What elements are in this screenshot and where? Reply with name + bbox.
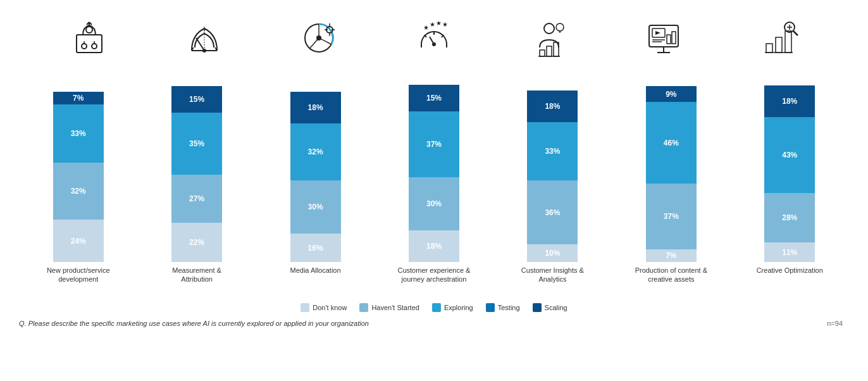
svg-text:★: ★ — [442, 21, 448, 28]
svg-rect-0 — [77, 35, 102, 53]
svg-text:★: ★ — [423, 24, 429, 31]
svg-point-30 — [432, 42, 436, 46]
icons-row: ★ ★ ★ ★ — [13, 6, 855, 70]
bar-stack-1: 22%27%35%15% — [171, 85, 222, 262]
svg-rect-54 — [785, 31, 791, 53]
bar-label-5: Production of content &creative assets — [627, 266, 716, 297]
legend-haventstarted: Haven't Started — [359, 303, 419, 312]
segment-haventstarted-1: 27% — [171, 175, 222, 223]
icon-customer-insights — [499, 16, 600, 60]
svg-rect-52 — [766, 44, 772, 53]
svg-text:★: ★ — [436, 20, 442, 27]
sample-size: n=94 — [827, 320, 843, 327]
icon-production-content — [613, 16, 714, 60]
legend-swatch-scaling — [533, 303, 542, 312]
segment-scaling-0: 7% — [53, 92, 104, 104]
segment-exploring-2: 32% — [290, 123, 341, 180]
segment-exploring-0: 33% — [53, 104, 104, 163]
icon-creative-opt — [728, 16, 829, 60]
icon-new-product — [39, 16, 140, 60]
segment-scaling-4: 18% — [527, 91, 578, 122]
labels-row: New product/servicedevelopmentMeasuremen… — [13, 262, 855, 297]
icon-media-allocation — [268, 16, 369, 60]
segment-scaling-5: 9% — [646, 86, 697, 102]
bar-group-3: 18%30%37%15% — [390, 85, 478, 262]
segment-dontknow-1: 22% — [171, 223, 222, 262]
segment-exploring-4: 33% — [527, 122, 578, 180]
segment-dontknow-0: 24% — [53, 220, 104, 262]
legend-label-testing: Testing — [498, 304, 520, 311]
svg-line-12 — [196, 38, 204, 51]
bar-stack-5: 7%37%46%9% — [646, 85, 697, 262]
bars-section: 24%32%33%7%22%27%35%15%16%30%32%18%18%30… — [13, 72, 855, 262]
bar-label-6: Creative Optimization — [745, 266, 834, 297]
segment-scaling-1: 15% — [171, 86, 222, 113]
bar-label-1: Measurement &Attribution — [152, 266, 241, 297]
bar-label-4: Customer Insights &Analytics — [508, 266, 597, 297]
bar-label-0: New product/servicedevelopment — [34, 266, 123, 297]
segment-dontknow-4: 10% — [527, 244, 578, 262]
svg-text:★: ★ — [430, 21, 435, 28]
bar-label-3: Customer experience &journey archestrati… — [390, 266, 478, 297]
bar-group-0: 24%32%33%7% — [34, 85, 123, 262]
chart-container: ★ ★ ★ ★ — [0, 0, 868, 381]
svg-point-1 — [86, 27, 92, 33]
bar-stack-3: 18%30%37%15% — [409, 85, 459, 262]
svg-point-18 — [316, 35, 321, 41]
bar-stack-0: 24%32%33%7% — [53, 85, 104, 262]
segment-exploring-5: 46% — [646, 102, 697, 184]
legend-testing: Testing — [486, 303, 520, 312]
legend-swatch-exploring — [432, 303, 441, 312]
legend-label-exploring: Exploring — [444, 304, 473, 311]
segment-scaling-2: 18% — [290, 92, 341, 123]
legend-label-scaling: Scaling — [545, 304, 567, 311]
legend-swatch-dontknow — [301, 303, 309, 312]
svg-point-36 — [556, 23, 564, 31]
legend-dontknow: Don't know — [301, 303, 347, 312]
bar-stack-6: 11%28%43%18% — [764, 85, 815, 262]
svg-marker-51 — [655, 31, 660, 35]
svg-line-57 — [793, 31, 798, 35]
footnote-row: Q. Please describe the specific marketin… — [13, 316, 855, 327]
segment-haventstarted-3: 30% — [409, 177, 459, 230]
footnote-text: Q. Please describe the specific marketin… — [19, 320, 369, 327]
svg-point-5 — [82, 44, 87, 49]
svg-point-6 — [92, 44, 97, 49]
svg-rect-40 — [547, 46, 552, 56]
segment-exploring-6: 43% — [764, 117, 815, 193]
segment-dontknow-6: 11% — [764, 242, 815, 262]
bar-stack-2: 16%30%32%18% — [290, 85, 341, 262]
svg-rect-47 — [667, 35, 671, 44]
segment-haventstarted-0: 32% — [53, 163, 104, 220]
svg-rect-48 — [672, 32, 676, 44]
svg-rect-53 — [776, 37, 782, 53]
bar-stack-4: 10%36%33%18% — [527, 85, 578, 262]
bar-group-5: 7%37%46%9% — [627, 85, 716, 262]
bar-label-2: Media Allocation — [271, 266, 360, 297]
segment-haventstarted-5: 37% — [646, 184, 697, 249]
legend-swatch-haventstarted — [359, 303, 368, 312]
svg-point-13 — [202, 49, 206, 53]
legend-label-haventstarted: Haven't Started — [371, 304, 419, 311]
legend-row: Don't know Haven't Started Exploring Tes… — [13, 297, 855, 316]
segment-haventstarted-6: 28% — [764, 193, 815, 242]
legend-exploring: Exploring — [432, 303, 473, 312]
icon-customer-exp: ★ ★ ★ ★ — [383, 16, 485, 60]
bar-group-2: 16%30%32%18% — [271, 85, 360, 262]
legend-scaling: Scaling — [533, 303, 567, 312]
legend-label-dontknow: Don't know — [313, 304, 347, 311]
segment-exploring-3: 37% — [409, 111, 459, 177]
segment-exploring-1: 35% — [171, 113, 222, 175]
segment-haventstarted-2: 30% — [290, 180, 341, 234]
segment-dontknow-2: 16% — [290, 234, 341, 262]
svg-rect-39 — [540, 50, 545, 56]
bar-group-1: 22%27%35%15% — [152, 85, 241, 262]
svg-point-35 — [544, 23, 554, 34]
segment-dontknow-5: 7% — [646, 249, 697, 262]
segment-dontknow-3: 18% — [409, 230, 459, 262]
icon-measurement — [154, 16, 255, 60]
segment-haventstarted-4: 36% — [527, 180, 578, 244]
legend-swatch-testing — [486, 303, 495, 312]
bar-group-4: 10%36%33%18% — [508, 85, 597, 262]
bar-group-6: 11%28%43%18% — [745, 85, 834, 262]
